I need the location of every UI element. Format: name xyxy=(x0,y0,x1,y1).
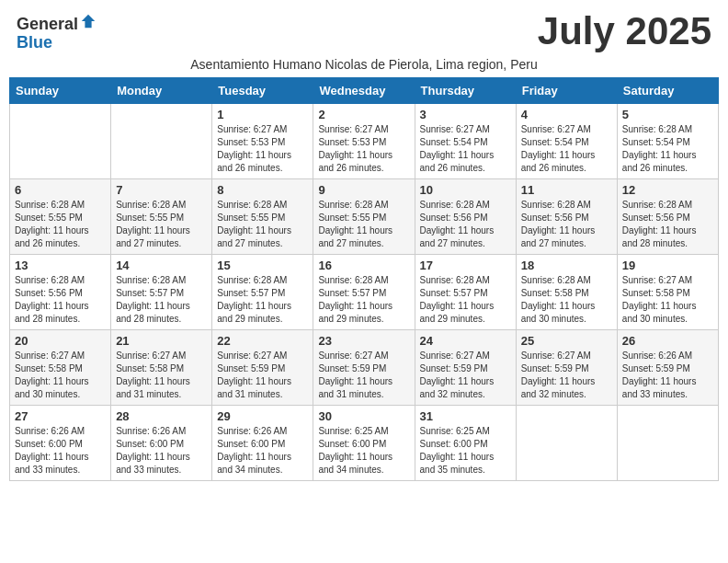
day-info: Sunrise: 6:28 AMSunset: 5:57 PMDaylight:… xyxy=(318,274,409,326)
day-number: 29 xyxy=(217,409,308,423)
calendar-cell: 5Sunrise: 6:28 AMSunset: 5:54 PMDaylight… xyxy=(617,104,718,179)
day-info: Sunrise: 6:25 AMSunset: 6:00 PMDaylight:… xyxy=(318,425,409,477)
weekday-header-row: SundayMondayTuesdayWednesdayThursdayFrid… xyxy=(10,78,719,104)
weekday-header-sunday: Sunday xyxy=(10,78,111,104)
calendar-week-row: 13Sunrise: 6:28 AMSunset: 5:56 PMDayligh… xyxy=(10,255,719,330)
calendar-cell: 12Sunrise: 6:28 AMSunset: 5:56 PMDayligh… xyxy=(617,179,718,255)
calendar-cell: 17Sunrise: 6:28 AMSunset: 5:57 PMDayligh… xyxy=(415,255,516,330)
day-number: 28 xyxy=(116,409,207,423)
calendar-cell: 23Sunrise: 6:27 AMSunset: 5:59 PMDayligh… xyxy=(313,330,415,406)
calendar-cell: 4Sunrise: 6:27 AMSunset: 5:54 PMDaylight… xyxy=(516,104,617,179)
calendar-cell: 9Sunrise: 6:28 AMSunset: 5:55 PMDaylight… xyxy=(313,179,415,255)
calendar-cell: 15Sunrise: 6:28 AMSunset: 5:57 PMDayligh… xyxy=(212,255,313,330)
day-info: Sunrise: 6:27 AMSunset: 5:58 PMDaylight:… xyxy=(15,350,106,401)
calendar-cell: 31Sunrise: 6:25 AMSunset: 6:00 PMDayligh… xyxy=(415,406,516,481)
day-number: 8 xyxy=(217,183,308,197)
calendar-cell: 21Sunrise: 6:27 AMSunset: 5:58 PMDayligh… xyxy=(111,330,212,406)
day-number: 24 xyxy=(420,334,511,348)
calendar-cell: 28Sunrise: 6:26 AMSunset: 6:00 PMDayligh… xyxy=(111,406,212,481)
day-number: 11 xyxy=(521,183,612,197)
day-number: 14 xyxy=(116,259,207,272)
day-info: Sunrise: 6:28 AMSunset: 5:56 PMDaylight:… xyxy=(521,199,612,250)
calendar-cell: 29Sunrise: 6:26 AMSunset: 6:00 PMDayligh… xyxy=(212,406,313,481)
calendar-cell xyxy=(516,406,617,481)
calendar-cell: 8Sunrise: 6:28 AMSunset: 5:55 PMDaylight… xyxy=(212,179,313,255)
day-info: Sunrise: 6:27 AMSunset: 5:59 PMDaylight:… xyxy=(318,350,409,401)
day-info: Sunrise: 6:28 AMSunset: 5:57 PMDaylight:… xyxy=(217,274,308,326)
day-number: 4 xyxy=(521,108,612,121)
calendar-cell: 14Sunrise: 6:28 AMSunset: 5:57 PMDayligh… xyxy=(111,255,212,330)
day-number: 31 xyxy=(420,409,511,423)
day-number: 21 xyxy=(116,334,207,348)
day-number: 17 xyxy=(420,259,511,272)
day-info: Sunrise: 6:27 AMSunset: 5:59 PMDaylight:… xyxy=(521,350,612,401)
calendar-table: SundayMondayTuesdayWednesdayThursdayFrid… xyxy=(9,77,719,481)
day-info: Sunrise: 6:28 AMSunset: 5:54 PMDaylight:… xyxy=(622,123,713,175)
weekday-header-tuesday: Tuesday xyxy=(212,78,313,104)
calendar-cell: 19Sunrise: 6:27 AMSunset: 5:58 PMDayligh… xyxy=(617,255,718,330)
calendar-cell: 22Sunrise: 6:27 AMSunset: 5:59 PMDayligh… xyxy=(212,330,313,406)
day-info: Sunrise: 6:27 AMSunset: 5:53 PMDaylight:… xyxy=(318,123,409,175)
weekday-header-saturday: Saturday xyxy=(617,78,718,104)
day-number: 12 xyxy=(622,183,713,197)
day-info: Sunrise: 6:28 AMSunset: 5:57 PMDaylight:… xyxy=(116,274,207,326)
day-info: Sunrise: 6:26 AMSunset: 6:00 PMDaylight:… xyxy=(217,425,308,477)
day-info: Sunrise: 6:27 AMSunset: 5:54 PMDaylight:… xyxy=(521,123,612,175)
calendar-cell: 13Sunrise: 6:28 AMSunset: 5:56 PMDayligh… xyxy=(10,255,111,330)
day-info: Sunrise: 6:26 AMSunset: 6:00 PMDaylight:… xyxy=(116,425,207,477)
day-info: Sunrise: 6:28 AMSunset: 5:55 PMDaylight:… xyxy=(15,199,106,250)
day-number: 2 xyxy=(318,108,409,121)
calendar-cell: 11Sunrise: 6:28 AMSunset: 5:56 PMDayligh… xyxy=(516,179,617,255)
day-number: 1 xyxy=(217,108,308,121)
calendar-week-row: 20Sunrise: 6:27 AMSunset: 5:58 PMDayligh… xyxy=(10,330,719,406)
calendar-cell: 7Sunrise: 6:28 AMSunset: 5:55 PMDaylight… xyxy=(111,179,212,255)
calendar-cell: 18Sunrise: 6:28 AMSunset: 5:58 PMDayligh… xyxy=(516,255,617,330)
day-number: 3 xyxy=(420,108,511,121)
subtitle: Asentamiento Humano Nicolas de Pierola, … xyxy=(9,57,719,72)
calendar-cell: 30Sunrise: 6:25 AMSunset: 6:00 PMDayligh… xyxy=(313,406,415,481)
day-info: Sunrise: 6:28 AMSunset: 5:55 PMDaylight:… xyxy=(116,199,207,250)
day-info: Sunrise: 6:25 AMSunset: 6:00 PMDaylight:… xyxy=(420,425,511,477)
day-number: 25 xyxy=(521,334,612,348)
calendar-cell: 16Sunrise: 6:28 AMSunset: 5:57 PMDayligh… xyxy=(313,255,415,330)
day-number: 27 xyxy=(15,409,106,423)
calendar-cell xyxy=(111,104,212,179)
calendar-week-row: 27Sunrise: 6:26 AMSunset: 6:00 PMDayligh… xyxy=(10,406,719,481)
day-number: 22 xyxy=(217,334,308,348)
calendar-cell: 24Sunrise: 6:27 AMSunset: 5:59 PMDayligh… xyxy=(415,330,516,406)
calendar-cell: 27Sunrise: 6:26 AMSunset: 6:00 PMDayligh… xyxy=(10,406,111,481)
calendar-cell: 6Sunrise: 6:28 AMSunset: 5:55 PMDaylight… xyxy=(10,179,111,255)
calendar-cell: 20Sunrise: 6:27 AMSunset: 5:58 PMDayligh… xyxy=(10,330,111,406)
weekday-header-friday: Friday xyxy=(516,78,617,104)
day-number: 6 xyxy=(15,183,106,197)
calendar-cell: 25Sunrise: 6:27 AMSunset: 5:59 PMDayligh… xyxy=(516,330,617,406)
day-info: Sunrise: 6:27 AMSunset: 5:58 PMDaylight:… xyxy=(622,274,713,326)
day-number: 30 xyxy=(318,409,409,423)
weekday-header-monday: Monday xyxy=(111,78,212,104)
day-number: 10 xyxy=(420,183,511,197)
calendar-week-row: 1Sunrise: 6:27 AMSunset: 5:53 PMDaylight… xyxy=(10,104,719,179)
svg-marker-0 xyxy=(82,15,95,28)
day-number: 19 xyxy=(622,259,713,272)
logo: General Blue xyxy=(17,13,97,52)
calendar-week-row: 6Sunrise: 6:28 AMSunset: 5:55 PMDaylight… xyxy=(10,179,719,255)
logo-general-text: General xyxy=(17,15,78,33)
calendar-cell: 1Sunrise: 6:27 AMSunset: 5:53 PMDaylight… xyxy=(212,104,313,179)
day-info: Sunrise: 6:28 AMSunset: 5:55 PMDaylight:… xyxy=(318,199,409,250)
weekday-header-thursday: Thursday xyxy=(415,78,516,104)
day-info: Sunrise: 6:28 AMSunset: 5:55 PMDaylight:… xyxy=(217,199,308,250)
calendar-cell xyxy=(617,406,718,481)
day-info: Sunrise: 6:27 AMSunset: 5:54 PMDaylight:… xyxy=(420,123,511,175)
day-info: Sunrise: 6:28 AMSunset: 5:56 PMDaylight:… xyxy=(420,199,511,250)
day-info: Sunrise: 6:27 AMSunset: 5:58 PMDaylight:… xyxy=(116,350,207,401)
logo-icon xyxy=(80,13,97,29)
day-number: 5 xyxy=(622,108,713,121)
day-info: Sunrise: 6:26 AMSunset: 5:59 PMDaylight:… xyxy=(622,350,713,401)
day-info: Sunrise: 6:28 AMSunset: 5:57 PMDaylight:… xyxy=(420,274,511,326)
weekday-header-wednesday: Wednesday xyxy=(313,78,415,104)
calendar-cell xyxy=(10,104,111,179)
calendar-cell: 3Sunrise: 6:27 AMSunset: 5:54 PMDaylight… xyxy=(415,104,516,179)
day-info: Sunrise: 6:27 AMSunset: 5:59 PMDaylight:… xyxy=(420,350,511,401)
day-number: 7 xyxy=(116,183,207,197)
day-number: 20 xyxy=(15,334,106,348)
